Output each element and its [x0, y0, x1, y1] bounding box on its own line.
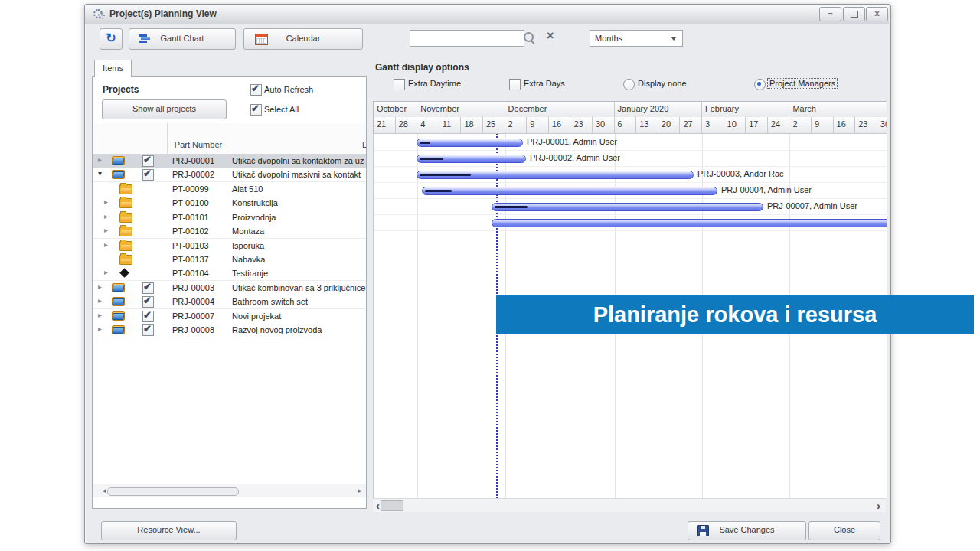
- tree-row-PRJ-00001[interactable]: ▸PRJ-00001Utikač dvopolni sa kontaktom z…: [93, 154, 366, 168]
- timeline-week: 9: [812, 117, 834, 134]
- radio-icon[interactable]: [623, 79, 635, 90]
- tree-row-PT-00100[interactable]: ▸PT-00100Konstrukcija: [93, 196, 366, 210]
- projects-panel: Projects Show all projects Auto Refresh …: [92, 76, 367, 509]
- timeline-week: 23: [855, 117, 877, 134]
- maximize-button[interactable]: [843, 7, 865, 21]
- row-checkbox[interactable]: [142, 311, 154, 322]
- row-checkbox[interactable]: [142, 169, 154, 181]
- row-checkbox[interactable]: [142, 324, 154, 336]
- search-input[interactable]: [410, 30, 524, 47]
- timeline-week: 2: [789, 117, 812, 134]
- gantt-bar[interactable]: [416, 171, 694, 179]
- timeline-week: 11: [439, 117, 462, 134]
- auto-refresh-checkbox[interactable]: [250, 84, 262, 96]
- expand-arrow-icon[interactable]: ▸: [98, 282, 102, 291]
- timeline-month: December: [505, 102, 615, 118]
- gantt-chart-button[interactable]: Gantt Chart: [129, 28, 236, 50]
- resource-view-button[interactable]: Resource View...: [101, 521, 237, 540]
- refresh-button[interactable]: ↻: [100, 28, 122, 50]
- auto-refresh-label: Auto Refresh: [264, 85, 313, 94]
- expand-arrow-icon[interactable]: ▸: [98, 296, 102, 305]
- tree-row-PT-00137[interactable]: PT-00137Nabavka: [93, 253, 366, 267]
- part-number-cell: PRJ-00007: [172, 311, 214, 321]
- tree-row-PT-00103[interactable]: ▸PT-00103Isporuka: [93, 239, 366, 253]
- close-button[interactable]: Close: [808, 521, 880, 540]
- expand-arrow-icon[interactable]: ▸: [98, 324, 102, 333]
- tree-row-PT-00104[interactable]: ▸PT-00104Testiranje: [93, 266, 366, 281]
- tree-row-PRJ-00007[interactable]: ▸PRJ-00007Novi projekat: [93, 309, 366, 324]
- gantt-bar-label: PRJ-00007, Admin User: [767, 201, 858, 210]
- gantt-bar[interactable]: [492, 219, 887, 227]
- gantt-bar[interactable]: [422, 187, 717, 195]
- project-icon: [112, 283, 125, 292]
- gantt-bar[interactable]: [416, 155, 526, 163]
- row-gridline: [374, 182, 887, 183]
- close-window-button[interactable]: x: [866, 7, 888, 21]
- calendar-button-label: Calendar: [286, 34, 321, 43]
- expand-arrow-icon[interactable]: ▸: [98, 311, 102, 319]
- part-number-cell: PRJ-00004: [172, 297, 214, 306]
- calendar-button[interactable]: Calendar: [243, 28, 363, 50]
- scroll-right-icon[interactable]: ►: [357, 487, 363, 494]
- scrollbar-thumb[interactable]: [381, 500, 403, 511]
- tree-row-PT-00102[interactable]: ▸PT-00102Montaza: [93, 224, 366, 239]
- select-all-checkbox[interactable]: [250, 104, 262, 116]
- tree-row-PRJ-00008[interactable]: ▸PRJ-00008Razvoj novog proizvoda: [93, 323, 366, 337]
- description-cell: Novi projekat: [232, 311, 281, 321]
- expand-arrow-icon[interactable]: ▸: [104, 268, 108, 276]
- expand-arrow-icon[interactable]: ▸: [98, 155, 102, 164]
- checkbox-icon[interactable]: [509, 79, 521, 90]
- row-checkbox[interactable]: [142, 282, 154, 294]
- timeline-month: October: [374, 102, 417, 118]
- column-header-description[interactable]: Description: [362, 140, 367, 149]
- clear-search-icon[interactable]: ×: [547, 29, 554, 43]
- scrollbar-thumb[interactable]: [107, 487, 239, 496]
- search-icon[interactable]: [524, 32, 534, 42]
- expand-arrow-icon[interactable]: ▸: [104, 197, 108, 206]
- part-number-cell: PRJ-00003: [172, 283, 214, 292]
- save-changes-button[interactable]: Save Changes: [688, 521, 806, 540]
- column-divider: [230, 123, 230, 154]
- tree-row-PT-00099[interactable]: PT-00099Alat 510: [93, 182, 366, 197]
- titlebar[interactable]: Project(s) Planning View: [85, 5, 889, 24]
- timeline-month: January 2020: [615, 102, 702, 118]
- scroll-left-icon[interactable]: ‹: [376, 499, 380, 512]
- tree-row-PRJ-00002[interactable]: ▾PRJ-00002Utikač dvopolni masivni sa kon…: [93, 168, 366, 182]
- description-cell: Isporuka: [232, 241, 264, 250]
- timeline-week: 16: [834, 117, 856, 134]
- gantt-bar[interactable]: [492, 203, 763, 211]
- expand-arrow-icon[interactable]: ▸: [104, 226, 108, 234]
- expand-arrow-icon[interactable]: ▸: [104, 212, 108, 220]
- timeline-week: 23: [570, 117, 593, 134]
- show-all-projects-button[interactable]: Show all projects: [102, 99, 227, 119]
- checkbox-icon[interactable]: [394, 79, 405, 90]
- timeline-week: 30: [593, 117, 615, 134]
- project-icon: [112, 325, 125, 334]
- screen: Project(s) Planning View – x ↻ Gantt Cha…: [0, 0, 980, 551]
- row-checkbox[interactable]: [142, 296, 154, 308]
- gantt-options: Extra DaytimeExtra DaysDisplay noneProje…: [373, 78, 893, 92]
- scale-select[interactable]: Months: [590, 30, 683, 47]
- gantt-chart-button-label: Gantt Chart: [161, 34, 204, 43]
- part-number-cell: PT-00100: [172, 198, 209, 207]
- description-cell: Bathroom switch set: [232, 297, 308, 306]
- scroll-right-icon[interactable]: ›: [877, 499, 880, 512]
- radio-icon[interactable]: [754, 79, 766, 90]
- description-cell: Proizvodnja: [232, 213, 276, 222]
- column-header-part-number[interactable]: Part Number: [167, 140, 230, 149]
- expand-arrow-icon[interactable]: ▸: [104, 240, 108, 249]
- row-checkbox[interactable]: [142, 155, 154, 167]
- collapse-arrow-icon[interactable]: ▾: [98, 169, 102, 178]
- tree-row-PRJ-00003[interactable]: ▸PRJ-00003Utikač kombinovan sa 3 priklju…: [93, 281, 366, 295]
- scroll-left-icon[interactable]: ◄: [101, 487, 107, 494]
- project-icon: [112, 156, 125, 165]
- gantt-bar[interactable]: [416, 139, 523, 147]
- projects-horizontal-scrollbar[interactable]: ◄ ►: [93, 484, 366, 497]
- minimize-button[interactable]: –: [819, 7, 841, 21]
- timeline-week: 13: [636, 117, 658, 134]
- month-gridline: [417, 134, 418, 498]
- tab-items[interactable]: Items: [94, 60, 132, 77]
- tree-row-PT-00101[interactable]: ▸PT-00101Proizvodnja: [93, 210, 366, 225]
- gantt-horizontal-scrollbar[interactable]: ‹ ›: [373, 498, 886, 512]
- tree-row-PRJ-00004[interactable]: ▸PRJ-00004Bathroom switch set: [93, 295, 366, 309]
